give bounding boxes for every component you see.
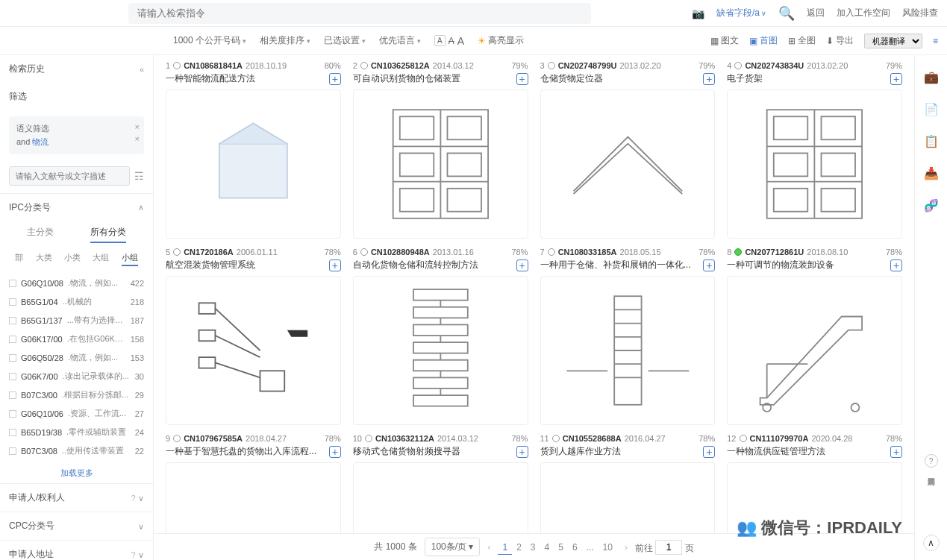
add-icon[interactable]: + bbox=[703, 259, 715, 271]
page-number[interactable]: 10 bbox=[598, 541, 617, 554]
page-number[interactable]: 4 bbox=[540, 541, 554, 554]
patent-number[interactable]: CN102880948A bbox=[371, 248, 430, 257]
add-icon[interactable]: + bbox=[890, 446, 902, 458]
ipc-item[interactable]: B07C3/08..使用传送带装置22 bbox=[0, 441, 153, 460]
ipc-item[interactable]: B65D19/38.零件或辅助装置24 bbox=[0, 423, 153, 441]
patent-thumbnail[interactable] bbox=[727, 276, 902, 425]
patent-title[interactable]: 电子货架 bbox=[727, 72, 763, 85]
ipc-item[interactable]: B65G1/04..机械的218 bbox=[0, 292, 153, 311]
ipc-item[interactable]: B07C3/00.根据目标分拣邮...29 bbox=[0, 386, 153, 404]
ipc-header[interactable]: IPC分类号∧ bbox=[0, 194, 153, 221]
view-full-btn[interactable]: ⊞全图 bbox=[788, 34, 816, 47]
patent-title[interactable]: 货到人越库作业方法 bbox=[540, 445, 621, 458]
workspace-link[interactable]: 加入工作空间 bbox=[837, 7, 890, 19]
patent-title[interactable]: 一种用于仓储、补货和展销的一体化... bbox=[540, 259, 691, 271]
ipc-level[interactable]: 小类 bbox=[64, 252, 81, 266]
highlight-toggle[interactable]: ☀高亮显示 bbox=[478, 34, 524, 47]
add-icon[interactable]: + bbox=[329, 259, 341, 271]
page-number[interactable]: 2 bbox=[512, 541, 526, 554]
per-page-select[interactable]: 100条/页 ▾ bbox=[425, 538, 481, 556]
checkbox[interactable] bbox=[9, 410, 16, 418]
search-icon[interactable]: 🔍 bbox=[778, 5, 795, 22]
add-icon[interactable]: + bbox=[329, 446, 341, 458]
lang-select[interactable]: 优先语言▾ bbox=[379, 34, 421, 47]
add-icon[interactable]: + bbox=[890, 73, 902, 85]
ipc-item[interactable]: G06Q50/28.物流，例如...153 bbox=[0, 348, 153, 367]
translate-select[interactable]: 机器翻译 bbox=[864, 34, 922, 48]
export-btn[interactable]: ⬇导出 bbox=[826, 34, 854, 47]
ipc-item[interactable]: G06K7/00.读出记录载体的...30 bbox=[0, 367, 153, 386]
page-number[interactable]: 6 bbox=[568, 541, 582, 554]
checkbox[interactable] bbox=[9, 391, 16, 399]
patent-title[interactable]: 可自动识别货物的仓储装置 bbox=[353, 72, 460, 85]
patent-number[interactable]: CN105528688A bbox=[563, 434, 622, 443]
patent-thumbnail[interactable] bbox=[166, 276, 341, 425]
close-icon[interactable]: × bbox=[135, 121, 140, 134]
patent-title[interactable]: 自动化货物仓储和流转控制方法 bbox=[353, 259, 478, 271]
patent-number[interactable]: CN103632112A bbox=[375, 434, 434, 443]
ipc-tab[interactable]: 所有分类 bbox=[90, 226, 126, 243]
patent-thumbnail[interactable] bbox=[540, 276, 716, 425]
patent-number[interactable]: CN108681841A bbox=[184, 61, 243, 70]
page-number[interactable]: 1 bbox=[498, 541, 512, 555]
ipc-item[interactable]: B65G1/137...带有为选择?...187 bbox=[0, 311, 153, 330]
patent-number[interactable]: CN111079970A bbox=[750, 434, 809, 443]
prev-page[interactable]: ‹ bbox=[487, 542, 490, 553]
add-icon[interactable]: + bbox=[703, 73, 715, 85]
patent-number[interactable]: CN1720186A bbox=[184, 248, 234, 257]
page-number[interactable]: 3 bbox=[526, 541, 540, 554]
add-icon[interactable]: + bbox=[703, 446, 715, 458]
history-header[interactable]: 检索历史 « bbox=[0, 55, 153, 83]
checkbox[interactable] bbox=[9, 336, 16, 343]
checkbox[interactable] bbox=[9, 354, 16, 362]
sidebar-section-header[interactable]: CPC分类号∨ bbox=[0, 512, 153, 540]
document-icon[interactable]: 📄 bbox=[924, 102, 939, 116]
ipc-item[interactable]: G06Q10/06.资源、工作流...27 bbox=[0, 404, 153, 423]
checkbox[interactable] bbox=[9, 373, 16, 380]
export-down-icon[interactable]: 📥 bbox=[924, 166, 939, 180]
add-icon[interactable]: + bbox=[516, 259, 528, 271]
patent-number[interactable]: CN107967585A bbox=[184, 434, 243, 443]
add-icon[interactable]: + bbox=[890, 259, 902, 271]
ipc-item[interactable]: G06Q10/08.物流，例如...422 bbox=[0, 274, 153, 292]
patent-title[interactable]: 仓储货物定位器 bbox=[540, 72, 603, 85]
next-page[interactable]: › bbox=[625, 542, 628, 553]
page-number[interactable]: ... bbox=[582, 541, 598, 554]
ipc-level[interactable]: 部 bbox=[15, 252, 23, 266]
patent-thumbnail[interactable] bbox=[353, 89, 528, 239]
patent-thumbnail[interactable] bbox=[540, 89, 716, 239]
goto-input[interactable] bbox=[655, 540, 682, 555]
view-image-btn[interactable]: ▦图文 bbox=[710, 34, 739, 47]
patent-title[interactable]: 一种物流供应链管理方法 bbox=[727, 445, 825, 458]
load-more[interactable]: 加载更多 bbox=[0, 463, 153, 483]
sidebar-section-header[interactable]: 申请人/权利人? ∨ bbox=[0, 484, 153, 512]
patent-title[interactable]: 移动式仓储货物射频搜寻器 bbox=[353, 445, 460, 458]
tree-icon[interactable]: 🧬 bbox=[924, 198, 939, 213]
patent-title[interactable]: 一种可调节的物流装卸设备 bbox=[727, 259, 834, 271]
collapse-icon[interactable]: « bbox=[140, 65, 144, 74]
page-number[interactable]: 5 bbox=[554, 541, 568, 554]
camera-icon[interactable]: 📷 bbox=[692, 7, 704, 19]
add-icon[interactable]: + bbox=[516, 73, 528, 85]
close-icon[interactable]: × bbox=[135, 133, 140, 146]
patent-number[interactable]: CN103625812A bbox=[371, 61, 430, 70]
help-float[interactable]: ? 遇到问题 bbox=[925, 454, 938, 472]
patent-number[interactable]: CN202743834U bbox=[745, 61, 804, 70]
add-icon[interactable]: + bbox=[329, 73, 341, 85]
field-select[interactable]: 缺省字段/a ∨ bbox=[716, 7, 766, 19]
filter-icon[interactable]: ☶ bbox=[134, 170, 144, 182]
patent-number[interactable]: CN207712861U bbox=[745, 248, 804, 257]
checkbox[interactable] bbox=[9, 298, 16, 306]
patent-title[interactable]: 一种基于智慧托盘的货物出入库流程... bbox=[166, 445, 316, 458]
font-size-controls[interactable]: A A A bbox=[434, 35, 464, 47]
menu-icon[interactable]: ≡ bbox=[933, 36, 938, 46]
ipc-level[interactable]: 大类 bbox=[36, 252, 52, 266]
patent-number[interactable]: CN202748799U bbox=[558, 61, 617, 70]
setting-select[interactable]: 已选设置▾ bbox=[324, 34, 366, 47]
sidebar-section-header[interactable]: 申请人地址? ∨ bbox=[0, 541, 153, 560]
checkbox[interactable] bbox=[9, 280, 16, 287]
ipc-level[interactable]: 小组 bbox=[122, 252, 138, 266]
count-select[interactable]: 1000 个公开号码▾ bbox=[173, 34, 246, 47]
list-square-icon[interactable]: 📋 bbox=[924, 134, 939, 148]
sort-select[interactable]: 相关度排序▾ bbox=[260, 34, 310, 47]
